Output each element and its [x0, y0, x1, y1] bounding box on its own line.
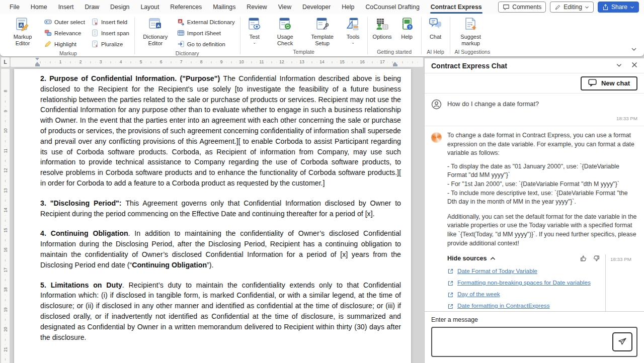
- relevance-label: Relevance: [54, 30, 81, 36]
- menu-tab-insert[interactable]: Insert: [53, 0, 79, 14]
- ruler-tick: ·: [1, 313, 10, 316]
- menu-tab-mailings[interactable]: Mailings: [207, 0, 241, 14]
- document-content[interactable]: 2. Purpose of Confidential Information. …: [40, 73, 401, 352]
- menu-tab-file[interactable]: File: [4, 0, 25, 14]
- message-input[interactable]: [432, 328, 636, 356]
- menu-tab-contract-express[interactable]: Contract Express: [425, 0, 488, 14]
- ruler-tick: ·: [45, 57, 46, 67]
- highlight-icon: [44, 40, 52, 49]
- thumbs-up-button[interactable]: [580, 254, 588, 262]
- ruler-tick: ı: [130, 57, 131, 67]
- ribbon-group-markup: A Markup Editor Outer select Relevance H…: [3, 16, 133, 56]
- suggest-markup-button[interactable]: Suggest markup: [453, 16, 489, 46]
- go-to-definition-icon: [177, 40, 185, 49]
- usage-check-button[interactable]: Usage Check: [267, 16, 303, 46]
- panel-close-button[interactable]: [631, 62, 637, 69]
- menu-tab-review[interactable]: Review: [241, 0, 272, 14]
- ruler-tick: 10: [239, 57, 244, 67]
- new-chat-button[interactable]: New chat: [581, 76, 637, 90]
- test-button[interactable]: Test ⌄: [243, 16, 266, 44]
- go-to-definition-button[interactable]: Go to definition: [175, 39, 228, 50]
- relevance-button[interactable]: Relevance: [42, 28, 84, 39]
- help-button[interactable]: ? Help: [395, 16, 419, 40]
- highlight-button[interactable]: Highlight: [42, 39, 79, 50]
- ruler-tick: 7: [180, 57, 183, 67]
- menu-tab-design[interactable]: Design: [105, 0, 135, 14]
- menu-tab-draw[interactable]: Draw: [79, 0, 105, 14]
- insert-span-label: Insert span: [101, 30, 129, 36]
- ruler-tick: ı: [412, 57, 413, 67]
- markup-editor-button[interactable]: A Markup Editor: [5, 16, 41, 46]
- ruler-tick: ı: [50, 57, 51, 67]
- external-link-icon: [447, 268, 454, 275]
- document-page[interactable]: 2. Purpose of Confidential Information. …: [14, 69, 411, 363]
- menu-tab-layout[interactable]: Layout: [135, 0, 165, 14]
- ruler-tick: 1: [59, 57, 62, 67]
- comments-button[interactable]: Comments: [498, 2, 546, 13]
- ruler-tick: 12: [279, 57, 284, 67]
- source-link-date-format-of-today-variable[interactable]: Date Format of Today Variable: [447, 267, 605, 276]
- menu-tab-help[interactable]: Help: [336, 0, 360, 14]
- share-label: Share: [611, 4, 627, 11]
- chat-input-area: Enter a message: [425, 311, 644, 363]
- insert-field-icon: [91, 18, 99, 27]
- svg-text:A: A: [179, 19, 181, 23]
- thumbs-down-button[interactable]: [592, 254, 600, 262]
- chat-panel-title: Contract Express Chat: [431, 62, 507, 70]
- outer-select-button[interactable]: Outer select: [42, 17, 88, 28]
- tools-button[interactable]: Tools ⌄: [342, 16, 365, 44]
- message-input-label: Enter a message: [431, 316, 637, 323]
- horizontal-ruler[interactable]: 1234567891011121314151617ı·ı··ı··ı··ı··ı…: [11, 57, 423, 67]
- first-line-indent-marker[interactable]: [35, 58, 39, 60]
- source-link-formatting-non-breaking-spaces-for-date-variables[interactable]: Formatting non-breaking spaces for Date …: [447, 279, 605, 288]
- share-button[interactable]: Share: [598, 2, 639, 13]
- assistant-avatar-icon: [431, 132, 442, 143]
- collapse-ribbon-button[interactable]: [631, 46, 637, 54]
- external-dictionary-button[interactable]: A External Dictionary: [175, 17, 237, 28]
- pluralize-button[interactable]: s Pluralize: [89, 39, 125, 50]
- options-button[interactable]: Options: [370, 16, 394, 40]
- ruler-tick: ı: [1, 258, 10, 261]
- chevron-down-icon: [616, 62, 622, 70]
- menu-tab-bar: FileHomeInsertDrawDesignLayoutReferences…: [4, 0, 488, 14]
- ruler-tick: 3: [100, 57, 102, 67]
- titlebar-actions: Comments Editing Share: [498, 2, 644, 13]
- ribbon-divider: [367, 17, 368, 54]
- chat-bubble-icon: [588, 79, 597, 88]
- ruler-tick: ·: [1, 173, 10, 177]
- editing-mode-button[interactable]: Editing: [550, 2, 594, 13]
- highlight-label: Highlight: [54, 41, 76, 47]
- vertical-ruler[interactable]: 8·ı·9·ı·10·ı·11·ı·12·ı·13·ı·14·ı·15·ı·16…: [1, 69, 10, 363]
- insert-field-button[interactable]: Insert field: [89, 17, 130, 28]
- import-isheet-button[interactable]: Import iSheet: [175, 28, 223, 39]
- ribbon-divider: [421, 17, 422, 54]
- menu-tab-cocounsel-drafting[interactable]: CoCounsel Drafting: [360, 0, 425, 14]
- ruler-tick: ı: [110, 57, 111, 67]
- tab-selector[interactable]: L: [1, 57, 10, 67]
- menu-tab-view[interactable]: View: [273, 0, 297, 14]
- panel-collapse-button[interactable]: [616, 62, 622, 70]
- document-paragraph: 3. "Disclosing Period": This Agreement g…: [40, 198, 401, 219]
- menu-tab-developer[interactable]: Developer: [297, 0, 336, 14]
- menu-tab-references[interactable]: References: [165, 0, 207, 14]
- dictionary-editor-button[interactable]: A Dictionary Editor: [137, 16, 174, 46]
- outer-select-icon: [44, 18, 52, 27]
- send-icon: [618, 337, 627, 347]
- ruler-tick: ı: [392, 57, 393, 67]
- send-message-button[interactable]: [612, 332, 632, 351]
- menu-tab-home[interactable]: Home: [25, 0, 53, 14]
- test-label: Test: [250, 34, 260, 40]
- chat-button[interactable]: Chat: [424, 16, 447, 40]
- template-setup-button[interactable]: Template Setup: [304, 16, 341, 46]
- relevance-icon: [44, 29, 52, 38]
- source-link-date-formatting-in-contractexpress[interactable]: Date formatting in ContractExpress: [447, 302, 605, 311]
- chat-message-list[interactable]: How do I change a date format? 18:33 PM …: [425, 94, 644, 311]
- insert-span-button[interactable]: Insert span: [89, 28, 132, 39]
- import-isheet-icon: [177, 29, 185, 38]
- ruler-tick: ·: [196, 57, 197, 67]
- source-link-day-of-the-week[interactable]: Day of the week: [447, 290, 605, 299]
- ruler-tick: ·: [216, 57, 217, 67]
- hide-sources-toggle[interactable]: Hide sources: [447, 255, 496, 262]
- hanging-indent-marker[interactable]: [35, 62, 40, 66]
- svg-text:s: s: [96, 43, 98, 47]
